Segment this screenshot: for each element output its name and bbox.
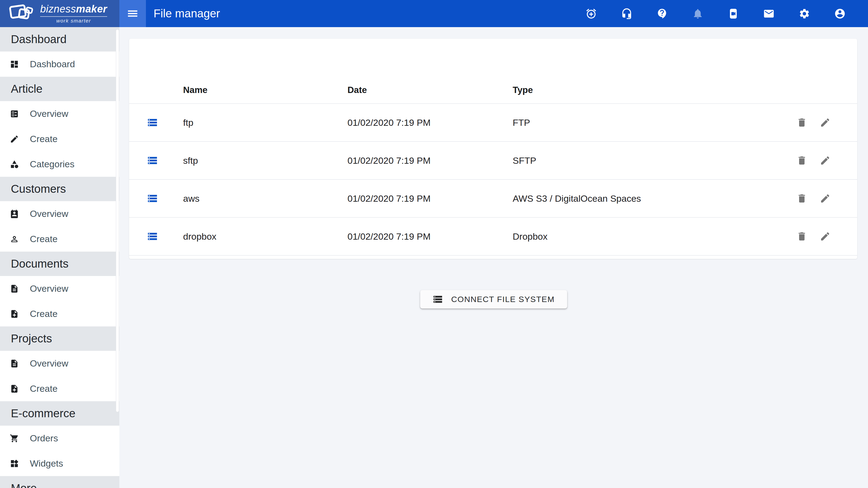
connect-button-label: CONNECT FILE SYSTEM	[451, 295, 555, 304]
edit-icon	[10, 134, 19, 144]
notifications-icon	[692, 8, 704, 20]
table-row-aws: aws01/02/2020 7:19 PMAWS S3 / DigitalOce…	[129, 179, 857, 217]
delete-button[interactable]	[796, 193, 808, 204]
sidebar-section-documents: Documents	[0, 252, 119, 276]
delete-button[interactable]	[796, 117, 808, 129]
brand-logo[interactable]: biznessmaker work smarter	[0, 0, 119, 27]
sidebar-item-customers-overview[interactable]: Overview	[0, 201, 119, 226]
settings-button[interactable]	[798, 8, 810, 20]
row-date: 01/02/2020 7:19 PM	[347, 118, 513, 128]
edit-button[interactable]	[819, 117, 831, 129]
sidebar-item-projects-overview[interactable]: Overview	[0, 351, 119, 376]
edit-button[interactable]	[819, 193, 831, 204]
sidebar-section-e-commerce: E-commerce	[0, 401, 119, 426]
sidebar-section-label: Customers	[11, 183, 66, 195]
sidebar-item-dashboard-dashboard[interactable]: Dashboard	[0, 52, 119, 77]
delete-icon	[796, 231, 807, 242]
table-row-ftp: ftp01/02/2020 7:19 PMFTP	[129, 103, 857, 141]
contact-calendar-icon	[10, 209, 19, 219]
sidebar-item-label: Orders	[30, 433, 58, 444]
sidebar-item-label: Create	[30, 134, 58, 144]
sidebar-section-label: Article	[11, 83, 42, 95]
sidebar-item-label: Dashboard	[30, 59, 75, 69]
delete-button[interactable]	[796, 230, 808, 242]
storage-icon	[147, 231, 158, 242]
sidebar-section-dashboard: Dashboard	[0, 27, 119, 52]
storage-icon	[147, 155, 158, 166]
sidebar-item-label: Categories	[30, 159, 74, 169]
row-type: SFTP	[513, 155, 784, 166]
sidebar-item-article-create[interactable]: Create	[0, 126, 119, 152]
edit-button[interactable]	[819, 230, 831, 242]
row-type: AWS S3 / DigitalOcean Spaces	[513, 193, 784, 204]
sidebar-item-documents-create[interactable]: Create	[0, 301, 119, 326]
sidebar-item-article-categories[interactable]: Categories	[0, 152, 119, 177]
alarm-add-icon	[585, 8, 597, 20]
delete-button[interactable]	[796, 155, 808, 166]
note-add-icon	[10, 310, 19, 319]
brand-logo-text: biznessmaker work smarter	[40, 3, 107, 24]
sidebar-section-customers: Customers	[0, 177, 119, 201]
account-button[interactable]	[834, 8, 846, 20]
row-actions	[784, 155, 857, 166]
alarm-add-button[interactable]	[585, 8, 597, 20]
row-type: Dropbox	[513, 231, 784, 242]
row-type-icon-cell	[129, 155, 183, 166]
sidebar-item-article-overview[interactable]: Overview	[0, 101, 119, 126]
column-header-name: Name	[183, 85, 347, 95]
mail-icon	[763, 8, 775, 20]
table-body: ftp01/02/2020 7:19 PMFTPsftp01/02/2020 7…	[129, 103, 857, 256]
appbar: biznessmaker work smarter File manager	[0, 0, 868, 27]
storage-icon	[147, 117, 158, 128]
cart-icon	[10, 434, 19, 443]
sidebar-section-article: Article	[0, 77, 119, 101]
row-name: ftp	[183, 118, 347, 128]
video-button[interactable]	[727, 8, 739, 20]
sidebar-item-e-commerce-widgets[interactable]: Widgets	[0, 451, 119, 476]
sidebar-item-documents-overview[interactable]: Overview	[0, 276, 119, 301]
edit-icon	[820, 155, 831, 166]
dashboard-icon	[10, 60, 19, 69]
sidebar-scrollbar-thumb[interactable]	[116, 29, 119, 412]
description-icon	[10, 284, 19, 293]
person-outline-icon	[10, 234, 19, 244]
sidebar-item-label: Overview	[30, 208, 68, 219]
settings-icon	[799, 8, 810, 20]
row-actions	[784, 230, 857, 242]
delete-icon	[796, 193, 807, 204]
sidebar-section-label: Dashboard	[11, 33, 66, 46]
sidebar-section-label: E-commerce	[11, 407, 75, 420]
sidebar-sections: DashboardDashboardArticleOverviewCreateC…	[0, 27, 119, 488]
row-type-icon-cell	[129, 117, 183, 128]
row-name: sftp	[183, 155, 347, 166]
sidebar-scrollbar[interactable]	[116, 27, 119, 488]
menu-button[interactable]	[119, 0, 146, 27]
help-icon	[656, 8, 668, 20]
notifications-button[interactable]	[692, 8, 704, 20]
mail-button[interactable]	[763, 8, 775, 20]
storage-icon	[147, 193, 158, 204]
menu-icon	[126, 7, 139, 20]
row-actions	[784, 117, 857, 129]
sidebar-item-e-commerce-orders[interactable]: Orders	[0, 426, 119, 451]
file-systems-card: NameDateType ftp01/02/2020 7:19 PMFTPsft…	[129, 39, 857, 259]
row-date: 01/02/2020 7:19 PM	[347, 231, 513, 242]
row-actions	[784, 193, 857, 204]
sidebar-item-label: Create	[30, 308, 58, 319]
row-name: dropbox	[183, 231, 347, 242]
edit-icon	[820, 117, 831, 128]
column-header-date: Date	[347, 85, 513, 95]
help-button[interactable]	[656, 8, 668, 20]
sidebar-item-label: Overview	[30, 358, 68, 369]
video-icon	[727, 8, 739, 20]
row-name: aws	[183, 193, 347, 204]
connect-button-zone: CONNECT FILE SYSTEM	[119, 290, 868, 308]
column-header-type: Type	[513, 85, 784, 95]
table-row-sftp: sftp01/02/2020 7:19 PMSFTP	[129, 141, 857, 179]
sidebar-item-projects-create[interactable]: Create	[0, 376, 119, 401]
sidebar-item-customers-create[interactable]: Create	[0, 226, 119, 252]
headset-button[interactable]	[621, 8, 632, 20]
edit-button[interactable]	[819, 155, 831, 166]
connect-file-system-button[interactable]: CONNECT FILE SYSTEM	[420, 290, 567, 308]
table-header-row: NameDateType	[129, 77, 857, 103]
